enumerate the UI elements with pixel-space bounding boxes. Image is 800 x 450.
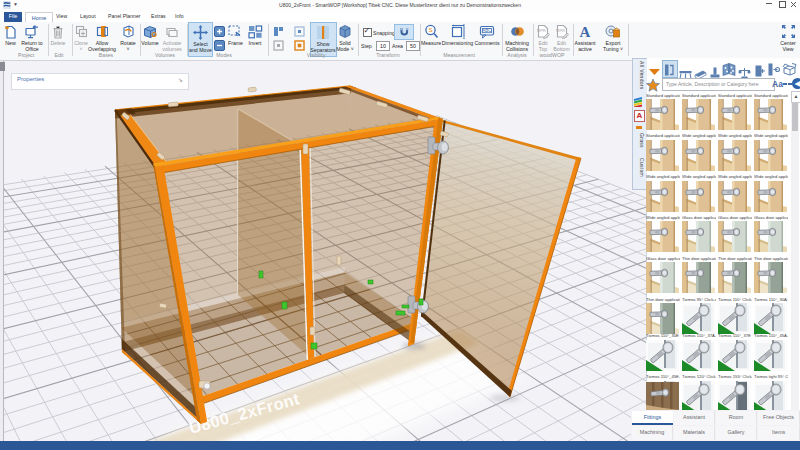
svg-text:ABC: ABC	[482, 28, 492, 33]
svg-text:A: A	[580, 24, 591, 39]
svg-text:MPR: MPR	[556, 28, 565, 33]
svg-text:MPR: MPR	[537, 28, 546, 33]
svg-text:S: S	[428, 27, 432, 33]
